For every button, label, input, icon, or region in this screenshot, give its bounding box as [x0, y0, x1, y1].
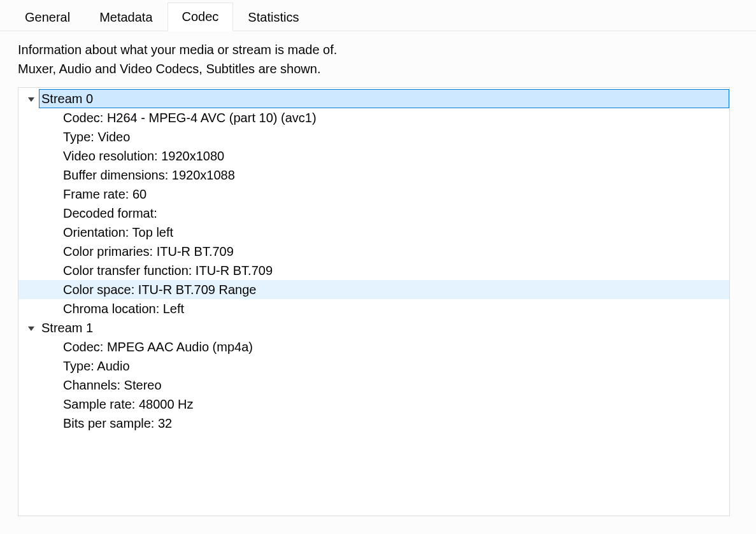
tab-general-label: General [25, 10, 70, 24]
expand-toggle-icon[interactable] [24, 318, 39, 337]
codec-tab-content: Information about what your media or str… [0, 31, 756, 524]
stream-0-prop-chroma-location[interactable]: Chroma location: Left [18, 299, 729, 318]
stream-0-prop-color-transfer[interactable]: Color transfer function: ITU-R BT.709 [18, 261, 729, 280]
stream-1-header[interactable]: Stream 1 [18, 318, 729, 337]
stream-0-prop-video-resolution[interactable]: Video resolution: 1920x1080 [18, 146, 729, 165]
tab-bar: General Metadata Codec Statistics [0, 0, 756, 31]
stream-0-prop-color-primaries[interactable]: Color primaries: ITU-R BT.709 [18, 242, 729, 261]
codec-description: Information about what your media or str… [18, 40, 748, 78]
stream-0-prop-frame-rate[interactable]: Frame rate: 60 [18, 185, 729, 204]
stream-0-header[interactable]: Stream 0 [18, 89, 729, 108]
stream-1-prop-type[interactable]: Type: Audio [18, 356, 729, 376]
stream-0-prop-color-space[interactable]: Color space: ITU-R BT.709 Range [18, 280, 729, 299]
tab-statistics[interactable]: Statistics [233, 3, 313, 31]
stream-1-prop-codec[interactable]: Codec: MPEG AAC Audio (mp4a) [18, 337, 729, 356]
desc-line1: Information about what your media or str… [18, 43, 337, 57]
desc-line2: Muxer, Audio and Video Codecs, Subtitles… [18, 62, 320, 76]
stream-0-prop-type[interactable]: Type: Video [18, 127, 729, 146]
stream-0-title[interactable]: Stream 0 [39, 89, 729, 108]
stream-0-prop-decoded-format[interactable]: Decoded format: [18, 204, 729, 223]
chevron-down-icon [28, 97, 34, 102]
tab-metadata-label: Metadata [99, 10, 152, 24]
tab-codec-label: Codec [182, 10, 219, 24]
expand-toggle-icon[interactable] [24, 89, 39, 108]
stream-1-prop-sample-rate[interactable]: Sample rate: 48000 Hz [18, 395, 729, 414]
stream-0-prop-orientation[interactable]: Orientation: Top left [18, 223, 729, 242]
stream-0-prop-buffer-dimensions[interactable]: Buffer dimensions: 1920x1088 [18, 165, 729, 185]
chevron-down-icon [28, 327, 34, 331]
stream-1-title[interactable]: Stream 1 [39, 318, 729, 337]
tab-general[interactable]: General [10, 3, 85, 31]
tab-metadata[interactable]: Metadata [85, 3, 167, 31]
stream-1-prop-channels[interactable]: Channels: Stereo [18, 376, 729, 395]
media-info-window: General Metadata Codec Statistics Inform… [0, 0, 756, 534]
tab-codec[interactable]: Codec [168, 3, 234, 31]
codec-tree[interactable]: Stream 0 Codec: H264 - MPEG-4 AVC (part … [18, 87, 730, 516]
tab-statistics-label: Statistics [248, 10, 299, 24]
stream-0-prop-codec[interactable]: Codec: H264 - MPEG-4 AVC (part 10) (avc1… [18, 108, 729, 127]
stream-1-prop-bits-per-sample[interactable]: Bits per sample: 32 [18, 414, 729, 433]
